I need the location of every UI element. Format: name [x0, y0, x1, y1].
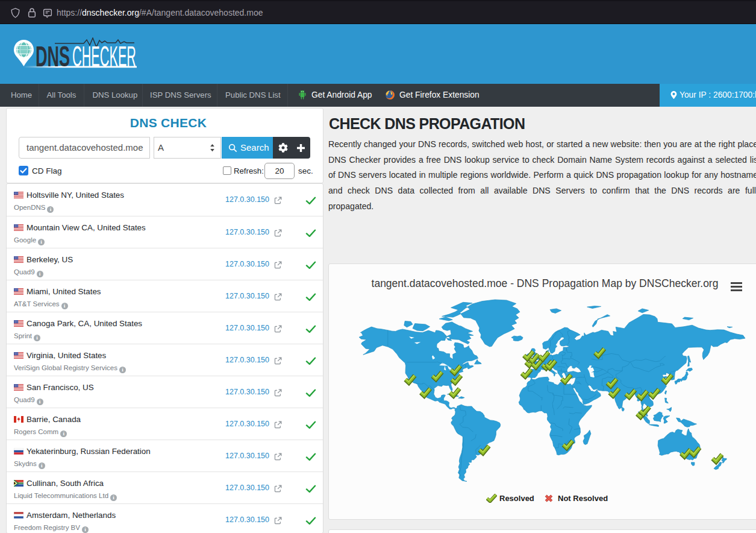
- svg-text:CHECKER: CHECKER: [72, 40, 136, 72]
- svg-text:DNS: DNS: [36, 40, 70, 72]
